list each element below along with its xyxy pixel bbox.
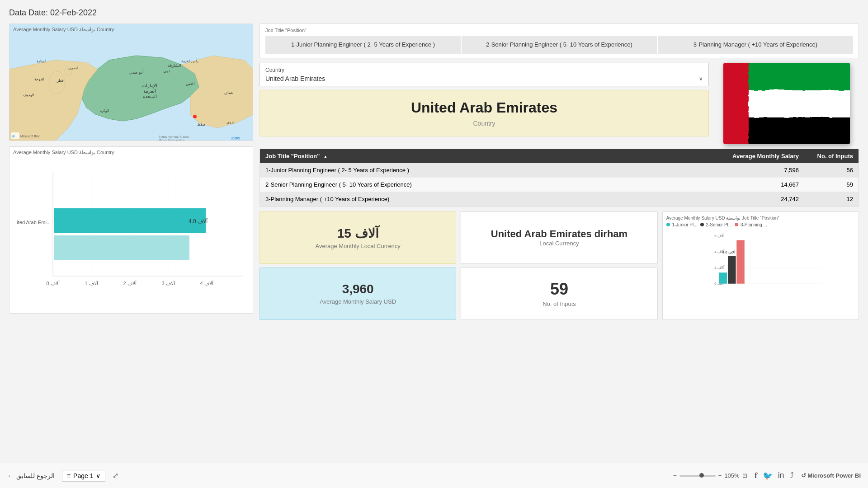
expand-button[interactable]: ⤢ [113, 471, 118, 480]
flag-container [714, 63, 859, 144]
avg-usd-value: 3,960 [342, 282, 374, 296]
svg-text:الهفوف: الهفوف [23, 93, 34, 97]
svg-text:الوكرة: الوكرة [100, 109, 109, 113]
right-column: Job Title "Position" 1-Junior Planning E… [259, 23, 859, 461]
stat-left-col: آلاف 15 Average Monthly Local Currency 3… [259, 211, 456, 320]
table-header: Job Title "Position" ▲ Average Monthly S… [260, 149, 859, 163]
country-and-flag: Country United Arab Emirates ∨ United Ar… [259, 63, 859, 144]
zoom-plus-icon[interactable]: + [718, 472, 722, 479]
zoom-minus-icon[interactable]: − [673, 472, 677, 479]
svg-rect-59 [728, 256, 736, 283]
svg-rect-48 [748, 117, 850, 144]
stats-row: آلاف 15 Average Monthly Local Currency 3… [259, 211, 859, 320]
country-name-panel: United Arab Emirates Country [259, 90, 709, 136]
avg-usd-box: 3,960 Average Monthly Salary USD [259, 267, 456, 320]
country-select-value[interactable]: United Arab Emirates ∨ [265, 75, 703, 82]
svg-text:الشارقة: الشارقة [168, 63, 181, 68]
filter-btn-3[interactable]: 3-Planning Manager ( +10 Years of Experi… [658, 36, 853, 54]
country-dropdown[interactable]: Country United Arab Emirates ∨ [259, 63, 709, 86]
map-title: Average Monthly Salary USD بواسطة Countr… [13, 27, 114, 33]
linkedin-icon[interactable]: in [778, 471, 784, 480]
country-dropdown-label: Country [265, 67, 703, 73]
row3-salary: 24,742 [717, 196, 799, 202]
facebook-icon[interactable]: 𝐟 [755, 471, 757, 480]
bar-chart-title: Average Monthly Salary USD بواسطة Countr… [13, 150, 114, 155]
no-inputs-value: 59 [550, 280, 568, 299]
svg-text:الدوحة: الدوحة [34, 77, 44, 81]
filter-btn-1[interactable]: 1-Junior Planning Engineer ( 2- 5 Years … [265, 36, 461, 54]
stat-middle-col: United Arab Emirates dirham Local Curren… [461, 211, 657, 320]
svg-rect-46 [748, 63, 850, 90]
share-icon[interactable]: ⤴ [790, 471, 794, 480]
powerbi-logo: ↺ Microsoft Power BI [801, 472, 861, 479]
zoom-slider[interactable] [679, 475, 716, 477]
zoom-control: − + 105% ⊡ [673, 472, 747, 479]
svg-rect-47 [748, 90, 850, 117]
row2-salary: 14,667 [717, 181, 799, 188]
no-inputs-label: No. of Inputs [542, 300, 576, 307]
svg-rect-34 [54, 235, 189, 260]
filter-btn-2[interactable]: 2-Senior Planning Engineer ( 5- 10 Years… [462, 36, 657, 54]
avg-local-currency-value: آلاف 15 [337, 226, 379, 241]
svg-text:آلاف 4.0: آلاف 4.0 [189, 218, 208, 225]
footer-right: − + 105% ⊡ 𝐟 🐦 in ⤴ ↺ Microsoft Power BI [673, 471, 861, 481]
twitter-icon[interactable]: 🐦 [763, 471, 773, 481]
svg-text:قطر: قطر [57, 79, 64, 83]
chevron-down-icon: ∨ [96, 472, 100, 479]
svg-text:United Arab Emi...: United Arab Emi... [17, 220, 51, 225]
social-icons: 𝐟 🐦 in ⤴ [755, 471, 794, 481]
svg-text:آلاف 1: آلاف 1 [85, 281, 98, 286]
back-label: الرجوع للسابق [16, 472, 55, 479]
mini-chart-panel: Average Monthly Salary USD بواسطة Job Ti… [662, 211, 859, 320]
svg-point-20 [193, 115, 197, 118]
svg-text:البحرين: البحرين [68, 66, 78, 70]
legend-item-1: 1-Junior Pl... [666, 222, 698, 227]
svg-text:المنامة: المنامة [37, 59, 46, 63]
svg-text:نزوى: نزوى [226, 120, 234, 124]
col-inputs: No. of Inputs [799, 153, 853, 160]
svg-text:Terms: Terms [231, 136, 240, 140]
data-date: Data Date: 02-Feb-2022 [9, 8, 97, 18]
col-title: Job Title "Position" ▲ [265, 153, 717, 160]
salary-table: Job Title "Position" ▲ Average Monthly S… [259, 149, 859, 207]
svg-text:آلاف 6: آلاف 6 [714, 233, 725, 238]
table-row: 2-Senior Planning Engineer ( 5- 10 Years… [260, 178, 859, 192]
job-title-filter: Job Title "Position" 1-Junior Planning E… [259, 23, 859, 58]
avg-local-currency-box: آلاف 15 Average Monthly Local Currency [259, 211, 456, 264]
svg-rect-49 [723, 63, 748, 144]
legend-item-2: 2-Senior Pl... [700, 222, 732, 227]
mini-chart-legend: 1-Junior Pl... 2-Senior Pl... 3-Planning… [666, 222, 855, 227]
page-selector[interactable]: ≡ Page 1 ∨ [62, 470, 106, 482]
map-panel: Average Monthly Salary USD بواسطة Countr… [9, 23, 253, 141]
svg-text:أبو ظبي: أبو ظبي [129, 69, 144, 75]
local-currency-sub: Local Currency [539, 240, 579, 247]
bar-chart-panel: Average Monthly Salary USD بواسطة Countr… [9, 146, 253, 314]
svg-text:العين: العين [186, 81, 195, 86]
svg-rect-33 [54, 208, 206, 233]
back-arrow-icon: ← [7, 472, 14, 479]
no-inputs-box: 59 No. of Inputs [461, 267, 657, 320]
svg-text:آلاف 0: آلاف 0 [46, 281, 60, 286]
row1-inputs: 56 [799, 167, 853, 174]
row3-title: 3-Planning Manager ( +10 Years of Experi… [265, 196, 717, 202]
mini-chart-title: Average Monthly Salary USD بواسطة Job Ti… [666, 216, 855, 221]
country-left: Country United Arab Emirates ∨ United Ar… [259, 63, 709, 144]
legend-item-3: 3-Planning ... [735, 222, 767, 227]
back-button[interactable]: ← الرجوع للسابق [7, 472, 55, 479]
country-name-display: United Arab Emirates [267, 99, 701, 116]
legend-dot-3 [735, 223, 738, 226]
fit-screen-icon[interactable]: ⊡ [742, 472, 747, 479]
row1-title: 1-Junior Planning Engineer ( 2- 5 Years … [265, 167, 717, 174]
svg-text:الإمارات: الإمارات [142, 83, 157, 89]
filter-buttons: 1-Junior Planning Engineer ( 2- 5 Years … [265, 36, 853, 54]
svg-text:المتحدة: المتحدة [143, 94, 157, 99]
avg-usd-label: Average Monthly Salary USD [320, 298, 396, 305]
svg-text:العربية: العربية [143, 89, 156, 94]
zoom-level: 105% [724, 472, 739, 479]
hamburger-icon: ≡ [67, 472, 71, 479]
filter-label: Job Title "Position" [265, 28, 853, 33]
chevron-down-icon: ∨ [699, 75, 703, 82]
selected-country: United Arab Emirates [265, 75, 325, 82]
legend-dot-1 [666, 223, 670, 226]
legend-dot-2 [700, 223, 704, 226]
